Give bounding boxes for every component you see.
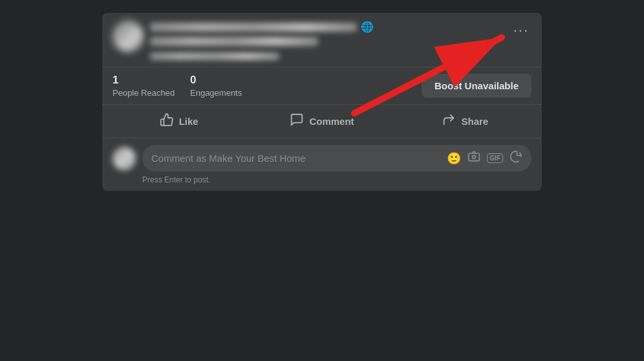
emoji-icon[interactable]: 🙂 [447,151,461,166]
engagements-stat: 0 Engagements [190,74,268,97]
avatar [113,21,144,52]
gif-icon[interactable]: GIF [487,153,503,163]
camera-icon[interactable] [467,150,480,166]
like-icon [160,113,174,130]
people-reached-count: 1 [113,74,190,87]
svg-point-3 [473,155,476,159]
share-label: Share [461,116,488,127]
globe-icon: 🌐 [361,21,374,33]
post-card: 🌐 ··· 1 People Reached 0 Engagements Boo… [102,13,542,191]
sticker-icon[interactable] [510,150,522,166]
username-blur [150,23,357,32]
share-icon [442,113,456,130]
header-text-block: 🌐 [150,21,531,60]
comment-icons: 🙂 GIF [447,150,522,166]
comment-placeholder: Comment as Make Your Best Home [151,153,442,164]
svg-rect-2 [469,153,480,161]
share-button[interactable]: Share [394,107,537,135]
subtitle-blur [150,37,318,46]
people-reached-stat: 1 People Reached [113,74,190,97]
stats-row: 1 People Reached 0 Engagements Boost Una… [102,67,542,105]
post-header: 🌐 ··· [102,13,542,67]
comment-input-wrap[interactable]: Comment as Make Your Best Home 🙂 GIF [142,145,531,171]
comment-icon [290,113,304,130]
comment-input-row: Comment as Make Your Best Home 🙂 GIF [102,138,542,174]
like-label: Like [179,116,199,127]
people-reached-label: People Reached [113,88,190,98]
actions-row: Like Comment Share [102,105,542,138]
like-button[interactable]: Like [107,107,250,135]
engagements-count: 0 [190,74,268,87]
engagements-label: Engagements [190,88,268,98]
commenter-avatar [113,147,136,170]
comment-button[interactable]: Comment [250,107,393,135]
press-enter-hint: Press Enter to post. [102,174,542,191]
post-more-button[interactable]: ··· [508,21,534,40]
boost-button[interactable]: Boost Unavailable [422,74,531,98]
timestamp-blur [150,52,279,60]
post-container: 🌐 ··· 1 People Reached 0 Engagements Boo… [102,13,542,191]
comment-label: Comment [309,116,354,127]
